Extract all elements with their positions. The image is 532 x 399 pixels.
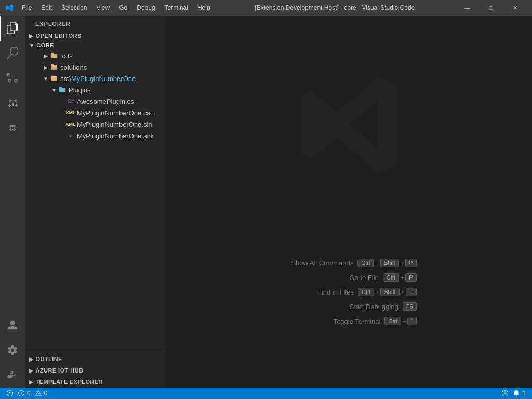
file-awesomeplugin-label: AwesomePlugin.cs xyxy=(77,98,134,105)
file-myplugin-cs[interactable]: XML MyPluginNumberOne.cs... xyxy=(25,107,165,118)
activity-docker-icon[interactable] xyxy=(0,363,25,388)
template-explorer-section[interactable]: ▶ TEMPLATE EXPLORER xyxy=(25,376,165,388)
statusbar-right: 1 xyxy=(499,390,528,397)
shortcut-terminal-label: Toggle Terminal xyxy=(308,317,380,325)
shortcut-debug-label: Start Debugging xyxy=(326,303,398,311)
shortcut-go-to-keys: Ctrl + P xyxy=(383,273,417,282)
svg-rect-6 xyxy=(11,371,13,373)
vscode-logo-icon xyxy=(5,4,14,12)
menu-go[interactable]: Go xyxy=(115,3,131,12)
menu-view[interactable]: View xyxy=(92,3,114,12)
activity-bar xyxy=(0,16,25,388)
file-myplugin-snk-icon: ▪ xyxy=(66,131,75,140)
minimize-button[interactable]: — xyxy=(455,0,479,16)
statusbar-remote-icon[interactable] xyxy=(4,390,16,397)
shortcut-go-to-label: Go to File xyxy=(306,274,379,282)
menu-selection[interactable]: Selection xyxy=(57,3,91,12)
open-editors-section[interactable]: ▶ OPEN EDITORS xyxy=(25,31,165,41)
close-button[interactable]: ✕ xyxy=(503,0,527,16)
activity-debug-icon[interactable] xyxy=(0,90,25,115)
file-myplugin-cs-icon: XML xyxy=(66,109,75,117)
activity-extensions-icon[interactable] xyxy=(0,115,25,140)
shortcut-show-all-commands: Show All Commands Ctrl + Shift + P xyxy=(281,259,416,267)
file-awesomeplugin-icon: C# xyxy=(66,97,75,105)
sidebar-header: EXPLORER xyxy=(25,16,165,31)
folder-src-label: src\MyPluginNumberOne xyxy=(60,75,136,83)
shortcuts-panel: Show All Commands Ctrl + Shift + P Go to… xyxy=(281,259,416,325)
statusbar-notifications[interactable]: 1 xyxy=(511,390,528,397)
folder-cds-arrow xyxy=(42,51,50,60)
shortcut-debug-keys: F5 xyxy=(403,302,417,311)
file-myplugin-snk-label: MyPluginNumberOne.snk xyxy=(77,132,154,140)
statusbar-clock[interactable] xyxy=(499,390,511,397)
folder-plugins-label: Plugins xyxy=(69,86,91,94)
file-awesomeplugin[interactable]: C# AwesomePlugin.cs xyxy=(25,96,165,107)
file-myplugin-sln-icon: XML xyxy=(66,120,75,128)
folder-cds[interactable]: .cds xyxy=(25,50,165,61)
shortcut-show-all-keys: Ctrl + Shift + P xyxy=(357,259,416,267)
folder-solutions-icon xyxy=(50,63,58,71)
menu-help[interactable]: Help xyxy=(193,3,215,12)
core-section[interactable]: ▼ CORE xyxy=(25,41,165,50)
activity-search-icon[interactable] xyxy=(0,41,25,65)
menu-file[interactable]: File xyxy=(18,3,36,12)
svg-rect-0 xyxy=(8,375,10,376)
folder-plugins-arrow xyxy=(50,86,58,94)
shortcut-show-all-label: Show All Commands xyxy=(281,259,353,267)
window-title: [Extension Development Host] - core - Vi… xyxy=(215,4,455,11)
azure-chevron: ▶ xyxy=(29,368,33,374)
activity-explorer-icon[interactable] xyxy=(0,16,25,41)
outline-section[interactable]: ▶ OUTLINE xyxy=(25,353,165,365)
file-myplugin-sln[interactable]: XML MyPluginNumberOne.sln xyxy=(25,118,165,130)
statusbar-left: 0 0 xyxy=(4,390,49,397)
folder-src-myplugin[interactable]: src\MyPluginNumberOne xyxy=(25,73,165,84)
activity-account-icon[interactable] xyxy=(0,313,25,338)
sidebar: EXPLORER ▶ OPEN EDITORS ▼ CORE .cds xyxy=(25,16,165,388)
svg-rect-2 xyxy=(11,375,13,376)
activity-source-control-icon[interactable] xyxy=(0,65,25,90)
main-layout: EXPLORER ▶ OPEN EDITORS ▼ CORE .cds xyxy=(0,16,532,388)
shortcut-start-debugging: Start Debugging F5 xyxy=(281,302,416,311)
menu-edit[interactable]: Edit xyxy=(37,3,56,12)
svg-rect-5 xyxy=(11,373,13,374)
folder-solutions[interactable]: solutions xyxy=(25,61,165,73)
shortcut-toggle-terminal: Toggle Terminal Ctrl + ` xyxy=(281,317,416,325)
statusbar-warnings[interactable]: 0 xyxy=(33,390,50,397)
folder-src-arrow xyxy=(42,74,50,83)
activity-settings-icon[interactable] xyxy=(0,338,25,363)
statusbar: 0 0 1 xyxy=(0,388,532,399)
sidebar-bottom: ▶ OUTLINE ▶ AZURE IOT HUB ▶ TEMPLATE EXP… xyxy=(25,353,165,388)
svg-rect-1 xyxy=(10,375,11,376)
folder-plugins-icon xyxy=(58,86,66,94)
svg-rect-4 xyxy=(10,373,11,374)
file-myplugin-sln-label: MyPluginNumberOne.sln xyxy=(77,121,152,128)
titlebar: File Edit Selection View Go Debug Termin… xyxy=(0,0,532,16)
shortcut-find-in-files: Find in Files Ctrl + Shift + F xyxy=(281,288,416,296)
folder-src-icon xyxy=(50,74,58,83)
folder-solutions-arrow xyxy=(42,63,50,71)
folder-plugins[interactable]: Plugins xyxy=(25,84,165,96)
template-explorer-chevron: ▶ xyxy=(29,379,33,385)
maximize-button[interactable]: □ xyxy=(479,0,503,16)
folder-cds-label: .cds xyxy=(60,52,73,60)
file-myplugin-cs-label: MyPluginNumberOne.cs... xyxy=(77,109,156,117)
editor-area: Show All Commands Ctrl + Shift + P Go to… xyxy=(165,16,532,388)
vscode-watermark-icon xyxy=(291,68,406,182)
shortcut-terminal-keys: Ctrl + ` xyxy=(384,317,416,325)
file-myplugin-snk[interactable]: ▪ MyPluginNumberOne.snk xyxy=(25,130,165,141)
window-controls: — □ ✕ xyxy=(455,0,527,16)
statusbar-errors[interactable]: 0 xyxy=(16,390,33,397)
menu-debug[interactable]: Debug xyxy=(132,3,159,12)
sidebar-content: ▶ OPEN EDITORS ▼ CORE .cds xyxy=(25,31,165,353)
outline-chevron: ▶ xyxy=(29,356,33,362)
folder-cds-icon xyxy=(50,51,58,60)
menu-bar: File Edit Selection View Go Debug Termin… xyxy=(18,3,215,12)
shortcut-find-label: Find in Files xyxy=(281,288,354,296)
shortcut-go-to-file: Go to File Ctrl + P xyxy=(281,273,416,282)
shortcut-find-keys: Ctrl + Shift + F xyxy=(358,288,417,296)
folder-solutions-label: solutions xyxy=(60,63,87,71)
azure-iot-hub-section[interactable]: ▶ AZURE IOT HUB xyxy=(25,365,165,376)
menu-terminal[interactable]: Terminal xyxy=(161,3,192,12)
